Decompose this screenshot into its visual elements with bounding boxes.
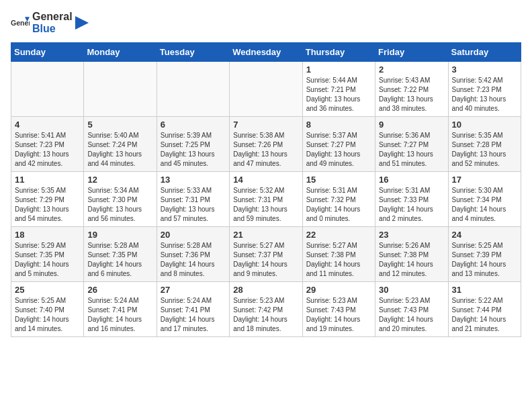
day-detail: Sunrise: 5:23 AM Sunset: 7:43 PM Dayligh… — [306, 296, 371, 334]
day-detail: Sunrise: 5:27 AM Sunset: 7:37 PM Dayligh… — [233, 241, 298, 279]
calendar-cell: 14Sunrise: 5:32 AM Sunset: 7:31 PM Dayli… — [230, 172, 302, 227]
calendar-cell: 20Sunrise: 5:28 AM Sunset: 7:36 PM Dayli… — [157, 227, 229, 282]
day-detail: Sunrise: 5:27 AM Sunset: 7:38 PM Dayligh… — [306, 241, 371, 279]
day-number: 16 — [379, 175, 444, 185]
calendar-cell: 4Sunrise: 5:41 AM Sunset: 7:23 PM Daylig… — [11, 117, 84, 172]
day-detail: Sunrise: 5:34 AM Sunset: 7:30 PM Dayligh… — [87, 186, 152, 224]
weekday-header-friday: Friday — [375, 43, 448, 62]
weekday-header-sunday: Sunday — [11, 43, 84, 62]
day-number: 17 — [452, 175, 517, 185]
day-detail: Sunrise: 5:26 AM Sunset: 7:38 PM Dayligh… — [379, 241, 444, 279]
calendar-cell: 25Sunrise: 5:25 AM Sunset: 7:40 PM Dayli… — [11, 282, 84, 337]
day-number: 19 — [87, 230, 152, 240]
calendar-cell: 15Sunrise: 5:31 AM Sunset: 7:32 PM Dayli… — [302, 172, 375, 227]
calendar-cell: 27Sunrise: 5:24 AM Sunset: 7:41 PM Dayli… — [157, 282, 229, 337]
calendar-week-row: 1Sunrise: 5:44 AM Sunset: 7:21 PM Daylig… — [11, 62, 521, 117]
calendar-cell: 16Sunrise: 5:31 AM Sunset: 7:33 PM Dayli… — [375, 172, 448, 227]
day-number: 23 — [379, 230, 444, 240]
calendar-cell — [11, 62, 84, 117]
calendar-cell: 31Sunrise: 5:22 AM Sunset: 7:44 PM Dayli… — [448, 282, 521, 337]
day-detail: Sunrise: 5:25 AM Sunset: 7:39 PM Dayligh… — [452, 241, 517, 279]
day-number: 3 — [452, 64, 517, 75]
day-number: 9 — [379, 120, 444, 130]
calendar-cell: 29Sunrise: 5:23 AM Sunset: 7:43 PM Dayli… — [302, 282, 375, 337]
day-number: 14 — [233, 175, 298, 185]
day-detail: Sunrise: 5:42 AM Sunset: 7:23 PM Dayligh… — [452, 76, 517, 113]
calendar-cell: 9Sunrise: 5:36 AM Sunset: 7:27 PM Daylig… — [375, 117, 448, 172]
day-number: 6 — [161, 120, 226, 130]
day-number: 21 — [233, 230, 298, 240]
calendar-cell: 22Sunrise: 5:27 AM Sunset: 7:38 PM Dayli… — [302, 227, 375, 282]
calendar-cell: 21Sunrise: 5:27 AM Sunset: 7:37 PM Dayli… — [230, 227, 302, 282]
day-detail: Sunrise: 5:38 AM Sunset: 7:26 PM Dayligh… — [233, 131, 298, 169]
calendar-header-row: SundayMondayTuesdayWednesdayThursdayFrid… — [11, 43, 521, 62]
day-detail: Sunrise: 5:37 AM Sunset: 7:27 PM Dayligh… — [306, 131, 371, 169]
day-detail: Sunrise: 5:28 AM Sunset: 7:35 PM Dayligh… — [87, 241, 152, 279]
logo-arrow-icon — [75, 16, 89, 30]
day-number: 25 — [15, 285, 80, 295]
calendar-cell — [230, 62, 302, 117]
day-detail: Sunrise: 5:28 AM Sunset: 7:36 PM Dayligh… — [161, 241, 226, 279]
day-number: 15 — [306, 175, 371, 185]
calendar-cell: 2Sunrise: 5:43 AM Sunset: 7:22 PM Daylig… — [375, 62, 448, 117]
day-number: 24 — [452, 230, 517, 240]
day-number: 26 — [87, 285, 152, 295]
weekday-header-monday: Monday — [84, 43, 157, 62]
day-number: 20 — [161, 230, 226, 240]
calendar-cell: 8Sunrise: 5:37 AM Sunset: 7:27 PM Daylig… — [302, 117, 375, 172]
weekday-header-wednesday: Wednesday — [230, 43, 302, 62]
calendar-cell: 12Sunrise: 5:34 AM Sunset: 7:30 PM Dayli… — [84, 172, 157, 227]
calendar-cell: 1Sunrise: 5:44 AM Sunset: 7:21 PM Daylig… — [302, 62, 375, 117]
day-detail: Sunrise: 5:22 AM Sunset: 7:44 PM Dayligh… — [452, 296, 517, 334]
calendar-week-row: 4Sunrise: 5:41 AM Sunset: 7:23 PM Daylig… — [11, 117, 521, 172]
day-number: 7 — [233, 120, 298, 130]
calendar-cell — [157, 62, 229, 117]
calendar-week-row: 25Sunrise: 5:25 AM Sunset: 7:40 PM Dayli… — [11, 282, 521, 337]
calendar-cell: 18Sunrise: 5:29 AM Sunset: 7:35 PM Dayli… — [11, 227, 84, 282]
day-number: 22 — [306, 230, 371, 240]
day-number: 28 — [233, 285, 298, 295]
day-number: 12 — [87, 175, 152, 185]
calendar-cell: 10Sunrise: 5:35 AM Sunset: 7:28 PM Dayli… — [448, 117, 521, 172]
day-number: 13 — [161, 175, 226, 185]
day-number: 18 — [15, 230, 80, 240]
logo-general-text: General — [32, 11, 73, 22]
day-number: 4 — [15, 120, 80, 130]
day-detail: Sunrise: 5:43 AM Sunset: 7:22 PM Dayligh… — [379, 76, 444, 113]
day-detail: Sunrise: 5:23 AM Sunset: 7:43 PM Dayligh… — [379, 296, 444, 334]
day-number: 30 — [379, 285, 444, 295]
calendar-cell: 11Sunrise: 5:35 AM Sunset: 7:29 PM Dayli… — [11, 172, 84, 227]
svg-marker-2 — [75, 16, 89, 30]
day-number: 2 — [379, 64, 444, 75]
day-detail: Sunrise: 5:35 AM Sunset: 7:29 PM Dayligh… — [15, 186, 80, 224]
calendar-cell: 6Sunrise: 5:39 AM Sunset: 7:25 PM Daylig… — [157, 117, 229, 172]
day-detail: Sunrise: 5:29 AM Sunset: 7:35 PM Dayligh… — [15, 241, 80, 279]
day-detail: Sunrise: 5:25 AM Sunset: 7:40 PM Dayligh… — [15, 296, 80, 334]
day-detail: Sunrise: 5:30 AM Sunset: 7:34 PM Dayligh… — [452, 186, 517, 224]
day-number: 10 — [452, 120, 517, 130]
calendar-cell: 24Sunrise: 5:25 AM Sunset: 7:39 PM Dayli… — [448, 227, 521, 282]
weekday-header-thursday: Thursday — [302, 43, 375, 62]
calendar-cell: 5Sunrise: 5:40 AM Sunset: 7:24 PM Daylig… — [84, 117, 157, 172]
day-number: 27 — [161, 285, 226, 295]
day-number: 1 — [306, 64, 371, 75]
calendar-cell: 13Sunrise: 5:33 AM Sunset: 7:31 PM Dayli… — [157, 172, 229, 227]
day-number: 11 — [15, 175, 80, 185]
day-detail: Sunrise: 5:24 AM Sunset: 7:41 PM Dayligh… — [87, 296, 152, 334]
calendar-week-row: 11Sunrise: 5:35 AM Sunset: 7:29 PM Dayli… — [11, 172, 521, 227]
day-detail: Sunrise: 5:41 AM Sunset: 7:23 PM Dayligh… — [15, 131, 80, 169]
day-number: 31 — [452, 285, 517, 295]
day-detail: Sunrise: 5:44 AM Sunset: 7:21 PM Dayligh… — [306, 76, 371, 113]
day-number: 29 — [306, 285, 371, 295]
calendar-cell: 7Sunrise: 5:38 AM Sunset: 7:26 PM Daylig… — [230, 117, 302, 172]
calendar-cell: 26Sunrise: 5:24 AM Sunset: 7:41 PM Dayli… — [84, 282, 157, 337]
logo-icon: General — [11, 13, 30, 32]
weekday-header-tuesday: Tuesday — [157, 43, 229, 62]
day-detail: Sunrise: 5:35 AM Sunset: 7:28 PM Dayligh… — [452, 131, 517, 169]
calendar-table: SundayMondayTuesdayWednesdayThursdayFrid… — [11, 42, 521, 337]
day-detail: Sunrise: 5:32 AM Sunset: 7:31 PM Dayligh… — [233, 186, 298, 224]
calendar-cell: 17Sunrise: 5:30 AM Sunset: 7:34 PM Dayli… — [448, 172, 521, 227]
day-detail: Sunrise: 5:31 AM Sunset: 7:33 PM Dayligh… — [379, 186, 444, 224]
calendar-cell: 30Sunrise: 5:23 AM Sunset: 7:43 PM Dayli… — [375, 282, 448, 337]
calendar-week-row: 18Sunrise: 5:29 AM Sunset: 7:35 PM Dayli… — [11, 227, 521, 282]
